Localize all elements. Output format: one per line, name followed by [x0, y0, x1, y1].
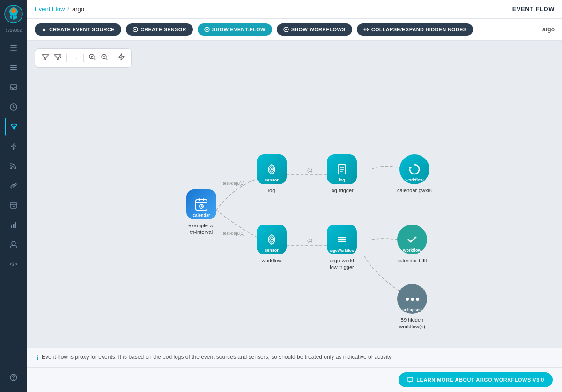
svg-text:test-dep.(1): test-dep.(1) [223, 231, 244, 236]
node-calendar-gwxl8[interactable]: workflow calendar-gwxl8 [397, 154, 432, 194]
info-bar: ℹ Event-flow is proxy for events. It is … [27, 348, 562, 367]
svg-point-17 [12, 241, 15, 245]
node-log-sensor-inner-label: sensor [257, 178, 287, 182]
node-log-trigger-inner-label: log [327, 178, 357, 182]
sidebar-icon-bolt[interactable] [5, 138, 22, 155]
node-log-trigger[interactable]: log log-trigger [327, 154, 357, 194]
svg-text:(1): (1) [307, 168, 312, 173]
svg-rect-6 [10, 65, 17, 66]
node-workflow-sensor[interactable]: sensor workflow [257, 225, 287, 264]
info-icon: ℹ [37, 354, 39, 362]
create-event-source-button[interactable]: CREATE EVENT SOURCE [35, 23, 121, 36]
node-workflow-sensor-inner-label: sensor [257, 248, 287, 253]
sidebar-icon-inbox[interactable] [5, 79, 22, 96]
svg-text:test-dep.(1): test-dep.(1) [223, 181, 244, 186]
breadcrumb-current: argo [72, 6, 84, 13]
node-calendar-gwxl8-inner-label: workflow [399, 178, 429, 182]
svg-point-34 [271, 168, 273, 170]
node-calendar-btlft[interactable]: workflow calendar-btlft [397, 225, 427, 264]
filter-toolbar: → [35, 48, 132, 68]
node-log-sensor-label: log [268, 187, 275, 194]
svg-point-12 [10, 167, 12, 169]
sidebar-icon-link[interactable] [5, 177, 22, 195]
sidebar-icon-help[interactable] [5, 369, 22, 386]
sidebar-icon-hamburger[interactable]: ☰ [5, 39, 22, 57]
node-calendar-label: example-with-interval [188, 222, 214, 236]
svg-point-23 [206, 29, 208, 30]
zoom-out-icon[interactable] [101, 53, 108, 63]
node-calendar[interactable]: calendar example-with-interval [186, 189, 216, 236]
svg-rect-14 [11, 225, 12, 228]
svg-point-25 [285, 29, 287, 30]
svg-rect-5 [15, 15, 17, 19]
collapse-expand-button[interactable]: COLLAPSE/EXPAND HIDDEN NODES [357, 23, 473, 36]
user-id-label: c72930€ [0, 28, 27, 33]
sidebar-icon-clock[interactable] [5, 98, 22, 116]
svg-rect-4 [13, 16, 15, 20]
sidebar-icon-chart[interactable] [5, 216, 22, 234]
cta-label: LEARN MORE ABOUT ARGO WORKFLOWS V3.0 [416, 377, 544, 383]
sidebar-icon-code[interactable]: </> [5, 255, 22, 273]
arrow-icon[interactable]: → [71, 54, 79, 62]
svg-rect-3 [10, 15, 12, 19]
action-bar: CREATE EVENT SOURCE CREATE SENSOR SHOW E… [27, 19, 562, 41]
node-collapsed[interactable]: collapsed 59 hiddenworkflow(s) [397, 284, 427, 330]
show-workflows-button[interactable]: SHOW WORKFLOWS [277, 23, 352, 36]
connections-svg: test-dep.(1) test-dep.(1) (1) (1) [27, 41, 562, 348]
create-sensor-button[interactable]: CREATE SENSOR [126, 23, 193, 36]
node-argo-trigger-inner-label: argoWorkflow [327, 248, 357, 253]
node-argo-workflow-trigger[interactable]: argoWorkflow argo-workflow-trigger [327, 225, 357, 271]
breadcrumb: Event Flow / argo [35, 6, 84, 13]
svg-rect-7 [10, 67, 17, 68]
bottom-cta: LEARN MORE ABOUT ARGO WORKFLOWS V3.0 [27, 367, 562, 392]
svg-point-2 [11, 8, 16, 13]
node-calendar-btlft-label: calendar-btlft [397, 257, 427, 264]
node-collapsed-inner-label: collapsed [397, 307, 427, 312]
sidebar: c72930€ ☰ </> [0, 0, 27, 392]
lightning-filter-icon[interactable] [118, 53, 125, 63]
node-argo-trigger-label: argo-workflow-trigger [330, 257, 354, 271]
svg-rect-16 [15, 222, 16, 228]
svg-text:(1): (1) [307, 238, 312, 243]
namespace-label: argo [542, 26, 555, 33]
filter-icon[interactable] [42, 53, 49, 63]
node-collapsed-label: 59 hiddenworkflow(s) [399, 317, 425, 330]
svg-point-11 [13, 126, 15, 128]
node-workflow-sensor-label: workflow [262, 257, 282, 264]
sidebar-icon-archive[interactable] [5, 196, 22, 214]
sidebar-icon-feed[interactable] [5, 157, 22, 175]
breadcrumb-link[interactable]: Event Flow [35, 6, 65, 13]
sidebar-icon-layers[interactable] [5, 59, 22, 77]
node-calendar-gwxl8-label: calendar-gwxl8 [397, 187, 432, 194]
svg-point-21 [134, 29, 136, 30]
main-area: Event Flow / argo EVENT FLOW CREATE EVEN… [27, 0, 562, 392]
svg-point-36 [271, 239, 273, 240]
svg-rect-15 [13, 224, 15, 228]
page-title: EVENT FLOW [512, 6, 555, 13]
zoom-in-icon[interactable] [89, 53, 96, 63]
node-calendar-inner-label: calendar [186, 213, 216, 218]
breadcrumb-separator: / [67, 6, 69, 13]
node-calendar-btlft-inner-label: workflow [397, 248, 427, 253]
info-text: Event-flow is proxy for events. It is ba… [42, 354, 393, 360]
svg-rect-13 [10, 203, 17, 204]
filter-down-icon[interactable] [54, 53, 61, 63]
node-log-sensor[interactable]: sensor log [257, 154, 287, 194]
node-log-trigger-label: log-trigger [330, 187, 354, 194]
svg-point-19 [13, 379, 14, 380]
app-logo [4, 5, 23, 25]
sidebar-icon-user[interactable] [5, 236, 22, 254]
top-header: Event Flow / argo EVENT FLOW [27, 0, 562, 19]
flow-container: → test-dep.(1) test-dep.(1) (1) [27, 41, 562, 348]
show-event-flow-button[interactable]: SHOW EVENT-FLOW [198, 23, 272, 36]
svg-rect-8 [10, 69, 17, 70]
learn-more-button[interactable]: LEARN MORE ABOUT ARGO WORKFLOWS V3.0 [399, 372, 553, 387]
sidebar-icon-signal[interactable] [5, 118, 22, 136]
